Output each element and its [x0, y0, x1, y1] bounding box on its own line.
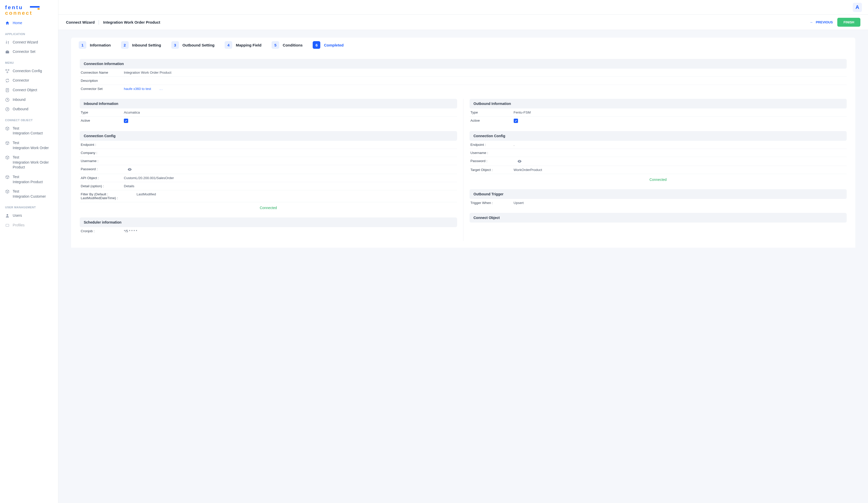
sidebar-item-label: Test Integration Product	[13, 174, 43, 184]
card-title: Scheduler information	[80, 218, 457, 227]
field-label: Endpoint :	[471, 143, 514, 147]
step-conditions[interactable]: 5 Conditions	[271, 41, 302, 49]
svg-text:fentu: fentu	[5, 4, 23, 10]
sidebar-item-label: Test Integration Work Order	[13, 140, 49, 150]
card-title: Outbound Information	[469, 99, 847, 109]
field-label: Detail (option) :	[81, 184, 124, 188]
breadcrumb-root[interactable]: Connect Wizard	[66, 20, 95, 24]
outbound-active-checkbox[interactable]	[514, 119, 518, 123]
sidebar-item-connector-set[interactable]: Connector Set	[0, 47, 58, 57]
eye-icon[interactable]	[517, 159, 522, 164]
outbound-information-card: Outbound Information Type Fentu-FSM Acti…	[469, 99, 847, 125]
sidebar-item-label: Inbound	[13, 97, 25, 102]
inbound-username-value	[124, 159, 456, 163]
sidebar-item-profiles[interactable]: Profiles	[0, 221, 58, 230]
inbound-information-card: Inbound Information Type Acumatica Activ…	[80, 99, 457, 125]
eye-icon[interactable]	[127, 167, 132, 172]
cronjob-value: */5 * * * *	[124, 229, 456, 233]
arrow-left-icon: ←	[810, 20, 813, 24]
step-number: 1	[79, 41, 86, 49]
card-title: Connect Object	[469, 213, 847, 222]
sidebar-item-label: Connect Wizard	[13, 40, 38, 45]
sidebar-item-label: Connection Config	[13, 69, 42, 74]
doc-icon	[5, 88, 10, 92]
connector-set-link[interactable]: haufe x360 to test . .	[124, 87, 846, 91]
step-label: Conditions	[283, 43, 302, 47]
card-title: Outbound Trigger	[469, 189, 847, 199]
outbound-endpoint-value: .	[514, 143, 846, 147]
sidebar-item-test-integration-product[interactable]: Test Integration Product	[0, 172, 58, 187]
finish-button[interactable]: FINISH	[837, 18, 860, 27]
sidebar-item-outbound[interactable]: Outbound	[0, 104, 58, 114]
sidebar-item-inbound[interactable]: Inbound	[0, 95, 58, 105]
sidebar-item-test-integration-customer[interactable]: Test Integration Customer	[0, 187, 58, 201]
logo[interactable]: fentu connect	[0, 4, 58, 18]
outbound-connected-status: Connected	[469, 174, 847, 183]
breadcrumb-separator: │	[98, 20, 100, 24]
sidebar-item-label: Connect Object	[13, 88, 37, 93]
step-mapping-field[interactable]: 4 Mapping Field	[225, 41, 261, 49]
card-title: Connection Information	[80, 59, 847, 69]
home-icon	[5, 21, 10, 26]
field-label: Endpoint :	[81, 143, 124, 147]
sidebar-item-test-integration-contact[interactable]: Test Integration Contact	[0, 124, 58, 138]
field-label: Description	[81, 79, 124, 82]
field-label: Connection Name	[81, 71, 124, 74]
step-label: Mapping Field	[236, 43, 261, 47]
svg-point-6	[6, 69, 7, 71]
step-number: 4	[225, 41, 232, 49]
field-label: API Object :	[81, 176, 124, 180]
sidebar-item-connect-object[interactable]: Connect Object	[0, 85, 58, 95]
sidebar-item-label: Users	[13, 213, 22, 218]
sidebar-item-users[interactable]: Users	[0, 211, 58, 221]
step-label: Completed	[324, 43, 344, 47]
cube-icon	[5, 126, 10, 131]
cube-icon	[5, 175, 10, 179]
sidebar-item-connector[interactable]: Connector	[0, 76, 58, 85]
field-label: Type	[81, 111, 124, 114]
sidebar-heading-menu: MENU	[0, 61, 58, 66]
inbound-api-object-value: CustomL/20.200.001/SalesOrder	[124, 176, 456, 180]
step-completed[interactable]: 6 Completed	[313, 41, 344, 49]
inbound-connected-status: Connected	[80, 202, 457, 211]
cube-icon	[5, 141, 10, 145]
sidebar-item-connect-wizard[interactable]: Connect Wizard	[0, 38, 58, 47]
connection-information-card: Connection Information Connection Name I…	[80, 59, 847, 93]
card-title: Connection Config	[80, 131, 457, 141]
sidebar-item-label: Home	[13, 21, 22, 26]
trigger-when-value: Upsert	[514, 201, 846, 205]
step-number: 6	[313, 41, 320, 49]
briefcase-icon	[5, 50, 10, 54]
step-information[interactable]: 1 Information	[79, 41, 111, 49]
step-inbound-setting[interactable]: 2 Inbound Setting	[121, 41, 161, 49]
sidebar-heading-connect-object: CONNECT OBJECT	[0, 119, 58, 124]
field-label: Trigger When :	[471, 201, 514, 205]
field-label: Company :	[81, 151, 124, 155]
sidebar-item-label: Outbound	[13, 107, 29, 112]
breadcrumb: Connect Wizard │ Integration Work Order …	[66, 20, 160, 24]
sidebar-item-label: Connector Set	[13, 49, 35, 54]
sidebar-item-test-integration-work-order[interactable]: Test Integration Work Order	[0, 138, 58, 153]
arrows-icon	[5, 40, 10, 45]
field-label: Connector Set	[81, 87, 124, 91]
sidebar-item-test-integration-work-order-product[interactable]: Test Integration Work Order Product	[0, 153, 58, 172]
avatar-button[interactable]: A	[853, 3, 862, 12]
page-header: Connect Wizard │ Integration Work Order …	[58, 15, 868, 30]
profiles-icon	[5, 223, 10, 228]
inbound-endpoint-value	[124, 143, 456, 147]
step-label: Outbound Setting	[183, 43, 215, 47]
field-label: Type	[471, 111, 514, 114]
previous-button[interactable]: ← PREVIOUS	[810, 20, 833, 24]
svg-point-7	[8, 69, 9, 71]
inbound-active-checkbox[interactable]	[124, 119, 128, 123]
sidebar-item-home[interactable]: Home	[0, 18, 58, 28]
cube-icon	[5, 189, 10, 194]
inbound-filter-value: LastModified	[136, 192, 456, 200]
step-outbound-setting[interactable]: 3 Outbound Setting	[171, 41, 215, 49]
connect-object-card: Connect Object	[469, 213, 847, 222]
outbound-connection-config-card: Connection Config Endpoint : . Username …	[469, 131, 847, 183]
step-number: 2	[121, 41, 129, 49]
sidebar-heading-application: APPLICATION	[0, 32, 58, 38]
svg-point-8	[7, 72, 8, 73]
sidebar-item-connection-config[interactable]: Connection Config	[0, 66, 58, 76]
